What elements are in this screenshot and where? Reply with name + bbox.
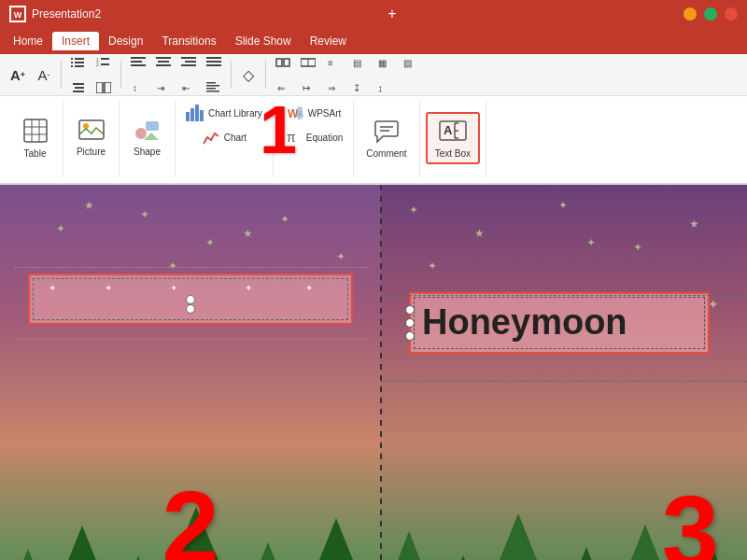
star-5: ✦ [336, 250, 345, 263]
svg-text:▧: ▧ [403, 58, 412, 68]
tree-1 [9, 549, 47, 560]
fmt-extra-2[interactable] [296, 50, 320, 75]
shape-group: Shape [120, 100, 176, 176]
fmt-extra-6[interactable]: ▧ [397, 50, 421, 75]
svg-rect-5 [75, 62, 84, 63]
slide-divider [380, 185, 382, 560]
right-text-box[interactable]: Honeymoon [409, 292, 710, 354]
r-star-6: ✦ [428, 259, 437, 273]
menu-insert[interactable]: Insert [52, 32, 99, 50]
svg-point-57 [135, 128, 147, 139]
comment-icon [374, 118, 400, 147]
table-icon [22, 118, 49, 147]
chart-btn[interactable]: Chart [197, 126, 251, 148]
increase-indent-btn[interactable]: ⇥ [151, 76, 176, 100]
numbered-list-btn[interactable]: 1. 2. [92, 50, 116, 75]
r-tree-1 [386, 531, 432, 560]
line-spacing-btn[interactable] [202, 76, 226, 100]
star-1: ✦ [56, 222, 65, 235]
handle-center-bottom[interactable] [186, 304, 195, 314]
menu-slide-show[interactable]: Slide Show [226, 32, 301, 50]
fmt-extra-10[interactable]: ↧ [346, 76, 371, 100]
svg-rect-35 [206, 91, 219, 92]
r-tree-3 [488, 513, 548, 560]
close-btn[interactable] [725, 7, 738, 21]
handle-tl[interactable] [405, 305, 415, 315]
align-right-btn[interactable] [176, 50, 201, 75]
fmt-extra-8[interactable]: ↦ [296, 76, 320, 100]
slide-left: ✦ ✦ ✦ ✦ ✦ ★ ✦ ★ ✦ ✦ ✦ ✦ ✦ [0, 185, 381, 560]
title-bar-right [684, 7, 738, 21]
handle-center-top[interactable] [186, 295, 195, 304]
picture-icon [78, 119, 105, 145]
fmt-extra-3[interactable]: ≡ [321, 50, 345, 75]
chart-label: Chart [224, 133, 247, 143]
align-icon-group: ↕ ⇥ ⇤ [126, 50, 226, 100]
chart-library-btn[interactable]: Chart Library [181, 102, 267, 124]
picture-btn[interactable]: Picture [70, 115, 112, 161]
dashed-top-line [381, 295, 747, 296]
clear-format-btn[interactable]: ◇ [236, 63, 261, 87]
dashed-selection-top [14, 267, 367, 268]
font-decrease-btn[interactable]: A- [32, 63, 56, 87]
tree-3 [121, 555, 155, 560]
menu-design[interactable]: Design [99, 32, 152, 50]
svg-rect-59 [186, 112, 190, 121]
maximize-btn[interactable] [704, 7, 717, 21]
fmt-extra-9[interactable]: ⇒ [321, 76, 345, 100]
handle-bl[interactable] [405, 331, 415, 341]
menu-review[interactable]: Review [301, 32, 356, 50]
svg-text:⇤: ⇤ [182, 83, 190, 93]
chart-library-label: Chart Library [208, 108, 262, 119]
step-3-number: 3 [662, 472, 719, 560]
table-group: Table [7, 100, 63, 176]
text-dir-btn[interactable]: ↕ [126, 76, 150, 100]
fmt-extra-4[interactable]: ▤ [346, 50, 371, 75]
columns-btn[interactable] [92, 76, 116, 100]
fmt-extra-5[interactable]: ▦ [372, 50, 396, 75]
svg-text:≡: ≡ [328, 58, 333, 68]
svg-text:↧: ↧ [353, 83, 360, 93]
table-btn[interactable]: Table [15, 113, 56, 163]
svg-rect-56 [146, 121, 159, 131]
tb-star-3: ✦ [170, 283, 177, 293]
new-tab-btn[interactable]: + [380, 6, 403, 21]
slide-area: ✦ ✦ ✦ ✦ ✦ ★ ✦ ★ ✦ ✦ ✦ ✦ ✦ [0, 185, 747, 560]
left-text-box[interactable]: ✦ ✦ ✦ ✦ ✦ [28, 273, 353, 325]
fmt-extra-1[interactable] [271, 50, 295, 75]
tb-star-1: ✦ [49, 283, 56, 293]
menu-transitions[interactable]: Transitions [152, 32, 225, 50]
svg-rect-15 [96, 82, 103, 93]
svg-rect-16 [105, 82, 111, 93]
decrease-indent-btn[interactable]: ⇤ [176, 76, 201, 100]
font-increase-btn[interactable]: A+ [6, 63, 30, 87]
minimize-btn[interactable] [684, 7, 697, 21]
svg-rect-25 [181, 64, 196, 66]
svg-rect-19 [131, 64, 146, 66]
bullet-list-btn[interactable] [66, 50, 91, 75]
svg-text:2.: 2. [96, 62, 100, 67]
textbox-label: Text Box [435, 148, 471, 159]
format-row: A+ A- 1. [0, 54, 747, 96]
svg-rect-60 [190, 108, 194, 121]
textbox-btn[interactable]: A Text Box [426, 112, 480, 164]
list-icon-group: 1. 2. [66, 50, 116, 100]
fmt-extra-11[interactable]: ↨ [372, 76, 396, 100]
align-left-btn[interactable] [126, 50, 150, 75]
svg-text:↕: ↕ [133, 83, 137, 93]
r-star-5: ★ [689, 217, 699, 231]
shape-btn[interactable]: Shape [127, 115, 168, 161]
step-2-number: 2 [162, 468, 218, 560]
svg-rect-2 [71, 58, 73, 60]
align-center-btn[interactable] [151, 50, 176, 75]
svg-text:W: W [14, 10, 22, 20]
menu-home[interactable]: Home [4, 32, 52, 50]
align-justify-btn[interactable] [202, 50, 226, 75]
list-indent-btn[interactable] [66, 76, 91, 100]
svg-rect-32 [206, 82, 216, 84]
svg-rect-36 [276, 59, 282, 66]
comment-btn[interactable]: Comment [359, 113, 413, 163]
svg-rect-37 [284, 59, 289, 66]
title-bar: W Presentation2 + [0, 0, 747, 28]
handle-ml[interactable] [405, 318, 415, 328]
